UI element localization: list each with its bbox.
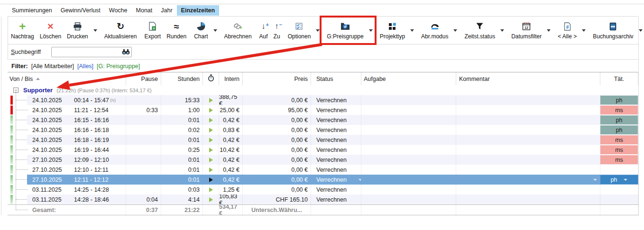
table-row[interactable]: 03.11.202514:25 - 14:280:031,25 €0,00 €V… [8, 185, 638, 195]
play-triangle-icon[interactable] [209, 187, 213, 192]
tab-woche[interactable]: Woche [105, 5, 132, 16]
toolbar-button-runden[interactable]: ≈Runden [164, 17, 189, 44]
toolbar-button-chart[interactable]: Chart [191, 17, 211, 44]
cell-stunden: 0:01 [161, 155, 203, 165]
toolbar-group-runden: ≈Runden [164, 17, 189, 44]
column-header-aufgabe[interactable]: Aufgabe [361, 72, 456, 85]
table-row[interactable]: 03.11.202514:28 - 18:460:044:14105,83 €C… [8, 195, 638, 204]
toolbar-button-g-preisgruppe[interactable]: G:Preisgruppe [324, 17, 366, 44]
play-triangle-icon[interactable] [209, 148, 213, 152]
table-row[interactable]: 24.10.202516:15 - 16:160:010,42 €0,00 €V… [8, 115, 638, 125]
toolbar-button-zeitst-status[interactable]: Zeitst.status [461, 17, 498, 44]
search-input[interactable] [51, 47, 132, 57]
taet-badge[interactable]: ms [600, 155, 638, 164]
cell-aufgabe [361, 155, 456, 165]
tab-monat[interactable]: Monat [132, 5, 157, 16]
column-header-stunden[interactable]: Stunden [161, 72, 203, 85]
table-row[interactable]: 27.10.202512:09 - 12:100:010,42 €0,00 €V… [8, 155, 638, 165]
cell-preis: 0,00 € [243, 175, 311, 185]
tab-einzelzeiten[interactable]: Einzelzeiten [177, 5, 220, 16]
cell-timer [203, 135, 219, 145]
taet-badge[interactable]: ms [600, 135, 638, 144]
dropdown-arrow-icon[interactable] [498, 17, 506, 44]
dropdown-arrow-icon[interactable] [451, 17, 460, 44]
taet-badge[interactable]: ph [600, 125, 638, 134]
play-triangle-icon[interactable] [209, 128, 213, 133]
cell-intern: 0,42 € [219, 155, 243, 165]
toolbar-button-zu[interactable]: ↑−Zu [271, 17, 283, 44]
cell-kommentar [456, 165, 600, 175]
play-triangle-icon[interactable] [209, 168, 213, 172]
cell-intern: 0,42 € [219, 175, 243, 185]
toolbar-button-auf[interactable]: ↓+Auf [257, 17, 271, 44]
play-triangle-icon[interactable] [209, 138, 213, 142]
toolbar-button-drucken[interactable]: Drucken [64, 17, 91, 44]
dropdown-arrow-icon[interactable] [367, 17, 375, 44]
toolbar-button-export[interactable]: xExport [141, 17, 164, 44]
tab-gewinn-verlust[interactable]: Gewinn/Verlust [56, 5, 105, 16]
cell-pause [126, 185, 161, 195]
column-header-intern[interactable]: Intern [219, 72, 243, 85]
table-row[interactable]: 24.10.202500:14 - 15:47(N)15:33388,75 €0… [8, 95, 638, 105]
cell-timer [203, 175, 219, 185]
dropdown-arrow-icon[interactable] [211, 17, 220, 44]
dropdown-arrow-icon[interactable] [580, 17, 588, 44]
column-header-preis[interactable]: Preis [243, 72, 311, 85]
toolbar-button-nachtrag[interactable]: +Nachtrag [8, 17, 37, 44]
table-row[interactable]: 24.10.202516:18 - 16:190:010,42 €0,00 €V… [8, 135, 638, 145]
play-triangle-icon[interactable] [209, 177, 213, 182]
cell-pause: 0:33 [126, 105, 161, 115]
cell-kommentar [456, 95, 600, 105]
cell-stunden: 0:01 [161, 175, 203, 185]
play-triangle-icon[interactable] [209, 98, 213, 103]
taet-badge[interactable]: ph [600, 96, 638, 105]
table-row[interactable]: 24.10.202516:19 - 16:440:2510,42 €0,00 €… [8, 145, 638, 155]
taet-badge[interactable]: ph [600, 175, 638, 184]
kommentar-combo-arrow-icon[interactable] [593, 179, 597, 181]
taet-badge[interactable]: ms [600, 145, 638, 154]
cell-preis: 0,00 € [243, 135, 311, 145]
column-header-status[interactable]: Status [311, 72, 361, 85]
column-header-taet[interactable]: Tät. [600, 72, 638, 85]
cell-taet: ph [600, 175, 638, 185]
dropdown-arrow-icon[interactable] [408, 17, 416, 44]
dropdown-arrow-icon[interactable] [91, 17, 100, 44]
column-header-von-bis[interactable]: Von / Bis [8, 72, 126, 85]
taet-combo-arrow-icon[interactable] [624, 179, 627, 181]
table-row[interactable]: 27.10.202512:11 - 12:120:010,42 €0,00 €V… [8, 175, 638, 185]
play-triangle-icon[interactable] [209, 197, 213, 202]
group-row-supporter: – Supporter (21:22h) (Pause 0:37h) (Inte… [8, 85, 638, 95]
toolbar-button-datumsfilter[interactable]: 12Datumsfilter [508, 17, 544, 44]
toolbar-button-aktualisieren[interactable]: ↻Aktualisieren [101, 17, 140, 44]
toolbar-button-abr-modus[interactable]: Abr.modus [418, 17, 451, 44]
dropdown-arrow-icon[interactable] [544, 17, 553, 44]
column-header-timer[interactable] [203, 72, 219, 85]
search-bar: Suchbegriff [8, 44, 638, 60]
row-indicator-bar [10, 96, 13, 105]
cell-preis: 0,00 € [243, 155, 311, 165]
table-row[interactable]: 24.10.202511:21 - 12:540:331:0025,00 €95… [8, 105, 638, 115]
row-indicator-bar [10, 106, 13, 115]
table-row[interactable]: 24.10.202516:16 - 16:180:020,83 €0,00 €V… [8, 125, 638, 135]
toolbar-button-abrechnen[interactable]: +Abrechnen [221, 17, 255, 44]
column-header-kommentar[interactable]: Kommentar [456, 72, 600, 85]
column-header-pause[interactable]: Pause [126, 72, 161, 85]
toolbar-button-optionen[interactable]: Optionen [285, 17, 314, 44]
taet-badge[interactable]: ms [600, 106, 638, 115]
dropdown-arrow-icon[interactable] [313, 17, 322, 44]
toolbar-button-buchungsarchiv[interactable]: Buchungsarchiv [590, 17, 636, 44]
toolbar-button--alle-[interactable]: #< Alle > [555, 17, 580, 44]
dropdown-arrow-icon[interactable] [636, 17, 644, 44]
toolbar-button-l-schen[interactable]: ×Löschen [37, 17, 64, 44]
tab-jahr[interactable]: Jahr [156, 5, 176, 16]
tab-summierungen[interactable]: Summierungen [8, 5, 56, 16]
play-triangle-icon[interactable] [209, 118, 213, 123]
toolbar-button-projekttyp[interactable]: Projekttyp [377, 17, 408, 44]
window-left-border [1, 17, 1, 215]
play-triangle-icon[interactable] [209, 108, 213, 113]
table-row[interactable]: 27.10.202512:10 - 12:110:010,42 €0,00 €V… [8, 165, 638, 175]
play-triangle-icon[interactable] [209, 158, 213, 162]
cell-preis: 0,00 € [243, 185, 311, 195]
taet-badge[interactable]: ph [600, 115, 638, 124]
binoculars-icon[interactable] [122, 49, 130, 56]
